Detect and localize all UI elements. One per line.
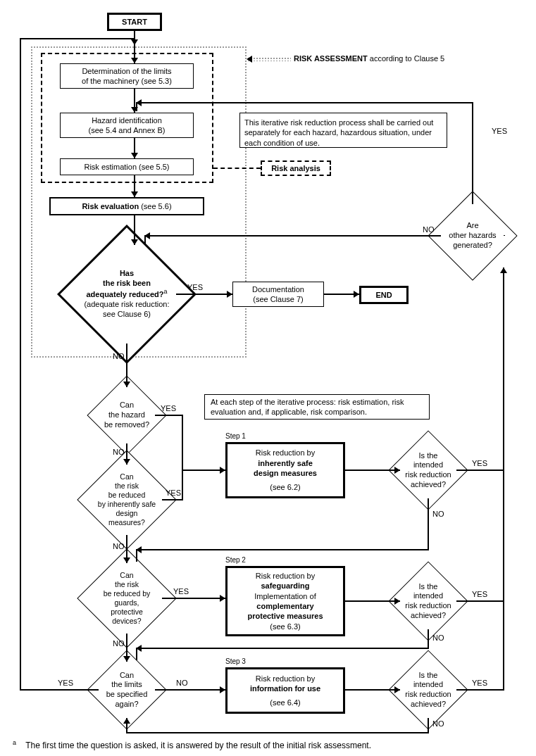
risk-assessment-arrow (247, 56, 252, 63)
flowchart-canvas: START Determination of the limits of the… (7, 7, 529, 749)
step1-node: Risk reduction by inherently safe design… (225, 442, 345, 498)
footnote-text: The first time the question is asked, it… (25, 741, 371, 750)
yes-label-adequate: YES (187, 283, 203, 291)
otherhaz-label: Are other hazards generated? (446, 221, 499, 250)
end-node: END (359, 286, 409, 304)
no-label-hazremove: NO (113, 448, 125, 456)
step2-l3: Implementation of (254, 591, 316, 601)
step3-label: Step 3 (225, 657, 246, 665)
step2-l4: complementary (256, 601, 313, 611)
step1-l4: (see 6.2) (270, 482, 300, 492)
yes-label-guardsq: YES (173, 587, 189, 596)
adequate-label: Has the risk been adequately reduced?a (… (81, 269, 172, 319)
inherentq-label: Can the risk be reduced by inherently sa… (95, 472, 158, 528)
step1-l2: inherently safe (258, 458, 313, 468)
yes-label-ach2: YES (472, 590, 487, 598)
yes-label-ach3: YES (472, 679, 487, 687)
no-label-limitsq: NO (176, 679, 188, 687)
note1-text: This iterative risk reduction process sh… (244, 118, 442, 148)
no-label-otherhaz: NO (423, 225, 435, 234)
risk-analysis-connector (213, 168, 261, 169)
step2-l1: Risk reduction by (256, 571, 315, 581)
limitsq-label: Can the limits be specified again? (104, 671, 151, 710)
riskest-node: Risk estimation (see 5.5) (60, 158, 194, 175)
risk-assessment-connector (247, 57, 291, 61)
yes-label-hazremove: YES (161, 404, 176, 412)
step2-label: Step 2 (225, 556, 246, 564)
ach3-decision: Is the intended risk reduction achieved? (400, 662, 456, 718)
doc-l2: (see Clause 7) (253, 294, 304, 304)
yes-label-otherhaz: YES (492, 127, 507, 135)
step2-l6: (see 6.3) (270, 622, 300, 631)
end-label: END (375, 290, 392, 300)
ach1-decision: Is the intended risk reduction achieved? (400, 442, 456, 498)
no-label-guardsq: NO (113, 639, 125, 648)
note2-text: At each step of the iterative process: r… (211, 397, 423, 417)
no-label-ach1: NO (432, 510, 444, 518)
no-label-inherentq: NO (113, 542, 125, 550)
step2-node: Risk reduction by safeguarding Implement… (225, 566, 345, 636)
ach3-label: Is the intended risk reduction achieved? (402, 671, 454, 710)
risk-analysis-label-box: Risk analysis (261, 160, 331, 176)
no-label-ach3: NO (432, 719, 444, 728)
note1-box: This iterative risk reduction process sh… (239, 113, 447, 148)
start-label: START (122, 17, 147, 27)
ach1-label: Is the intended risk reduction achieved? (402, 451, 454, 490)
hazid-l1: Hazard identification (92, 115, 162, 125)
step3-l1: Risk reduction by (256, 674, 315, 683)
step1-label: Step 1 (225, 432, 246, 440)
yes-label-ach1: YES (472, 459, 487, 467)
hazid-node: Hazard identification (see 5.4 and Annex… (60, 113, 194, 138)
otherhaz-decision: Are other hazards generated? (441, 204, 504, 267)
start-node: START (107, 13, 162, 31)
hazid-l2: (see 5.4 and Annex B) (89, 125, 166, 135)
ach2-label: Is the intended risk reduction achieved? (402, 582, 454, 621)
limitsq-decision: Can the limits be specified again? (99, 662, 155, 718)
step3-l3: (see 6.4) (270, 698, 300, 707)
step2-l5: protective measures (248, 611, 323, 621)
guardsq-label: Can the risk be reduced by guards, prote… (92, 571, 162, 626)
note2-box: At each step of the iterative process: r… (204, 394, 430, 420)
ach2-decision: Is the intended risk reduction achieved? (400, 573, 456, 629)
doc-l1: Documentation (252, 284, 304, 294)
risk-assessment-label: RISK ASSESSMENT according to Clause 5 (292, 54, 447, 63)
documentation-node: Documentation (see Clause 7) (232, 282, 324, 307)
inherentq-decision: Can the risk be reduced by inherently sa… (92, 465, 162, 535)
step1-l1: Risk reduction by (256, 448, 315, 458)
no-label-adequate: NO (113, 352, 125, 360)
limits-l2: of the machinery (see 5.3) (82, 76, 172, 86)
step3-node: Risk reduction by information for use (s… (225, 667, 345, 714)
risk-analysis-label: Risk analysis (271, 163, 320, 173)
step2-l2: safeguarding (261, 581, 309, 591)
no-label-ach2: NO (432, 634, 444, 642)
step1-l3: design measures (254, 468, 317, 478)
limits-l1: Determination of the limits (82, 66, 171, 76)
hazremove-decision: Can the hazard be removed? (99, 387, 155, 443)
adequate-decision: Has the risk been adequately reduced?a (… (77, 245, 176, 344)
step3-l2: information for use (250, 683, 320, 693)
guardsq-decision: Can the risk be reduced by guards, prote… (92, 563, 162, 634)
yes-label-limitsq: YES (58, 679, 73, 687)
footnote: a The first time the question is asked, … (13, 739, 371, 750)
riskeval-label: Risk evaluation (see 5.6) (82, 201, 171, 211)
limits-node: Determination of the limits of the machi… (60, 63, 194, 89)
hazremove-label: Can the hazard be removed? (101, 401, 152, 429)
riskest-label: Risk estimation (see 5.5) (84, 162, 169, 172)
yes-label-inherentq: YES (166, 489, 181, 497)
riskeval-node: Risk evaluation (see 5.6) (49, 197, 204, 215)
